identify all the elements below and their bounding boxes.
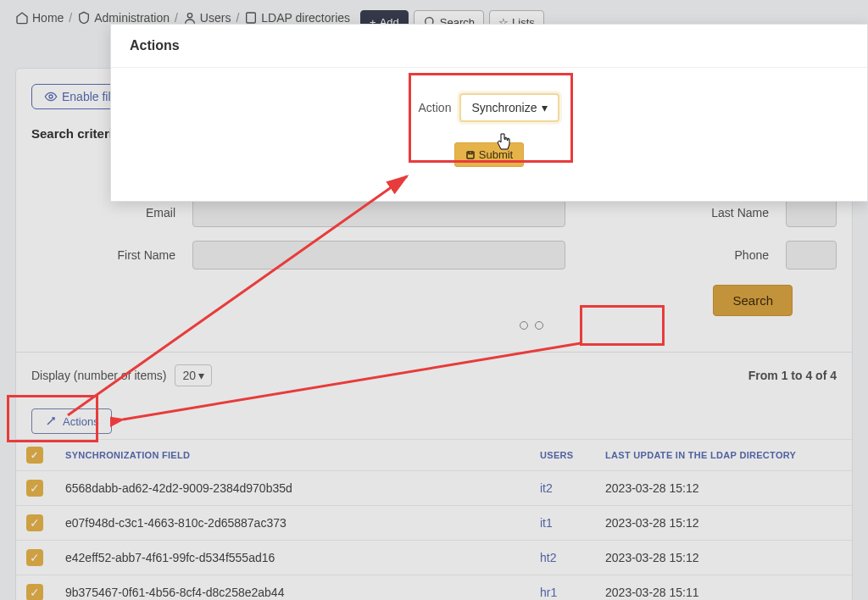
col-sync[interactable]: SYNCHRONIZATION FIELD <box>55 440 530 471</box>
dot-icon[interactable] <box>535 321 543 330</box>
breadcrumb-sep: / <box>69 11 72 25</box>
lastname-input[interactable] <box>786 198 837 227</box>
breadcrumb-ldap-label: LDAP directories <box>261 11 350 25</box>
svg-rect-4 <box>467 152 474 158</box>
breadcrumb-home-label: Home <box>32 11 64 25</box>
checkbox-all[interactable]: ✓ <box>26 447 43 464</box>
action-select-value: Synchronize <box>471 101 537 114</box>
chevron-down-icon: ▾ <box>198 369 204 382</box>
action-select[interactable]: Synchronize ▾ <box>459 93 559 122</box>
home-icon <box>15 11 29 25</box>
row-checkbox[interactable]: ✓ <box>26 584 43 600</box>
breadcrumb-home[interactable]: Home <box>15 11 64 25</box>
save-icon <box>465 150 476 160</box>
breadcrumb-sep: / <box>175 11 178 25</box>
svg-rect-1 <box>247 13 256 23</box>
svg-point-0 <box>187 14 192 18</box>
user-link[interactable]: it2 <box>540 481 553 495</box>
breadcrumb-admin-label: Administration <box>94 11 170 25</box>
search-button[interactable]: Search <box>713 285 793 316</box>
col-updated[interactable]: LAST UPDATE IN THE LDAP DIRECTORY <box>595 440 852 471</box>
book-icon <box>244 11 258 25</box>
breadcrumb: Home / Administration / Users / LDAP dir… <box>15 11 350 25</box>
user-link[interactable]: ht2 <box>540 551 556 564</box>
cell-sync: e07f948d-c3c1-4663-810c-2d65887ac373 <box>55 506 530 541</box>
breadcrumb-users-label: Users <box>200 11 231 25</box>
table-row: ✓ 6568dabb-ad62-42d2-9009-2384d970b35d i… <box>16 471 852 506</box>
table-row: ✓ 9b375467-0f61-4b56-8cf4-d8c258e2ab44 h… <box>16 575 852 601</box>
col-users[interactable]: USERS <box>530 440 595 471</box>
cell-updated: 2023-03-28 15:12 <box>595 471 852 506</box>
actions-button[interactable]: Actions <box>31 408 112 434</box>
svg-point-3 <box>49 95 53 98</box>
firstname-input[interactable] <box>192 241 565 269</box>
cell-updated: 2023-03-28 15:12 <box>595 541 852 575</box>
pager-dots <box>226 316 837 336</box>
dot-icon[interactable] <box>520 321 528 330</box>
per-page-select[interactable]: 20 ▾ <box>175 364 212 386</box>
breadcrumb-ldap[interactable]: LDAP directories <box>244 11 350 25</box>
range-text: From 1 to 4 of 4 <box>748 369 837 382</box>
wand-icon <box>44 414 58 428</box>
row-checkbox[interactable]: ✓ <box>26 514 43 531</box>
cell-updated: 2023-03-28 15:11 <box>595 575 852 601</box>
breadcrumb-users[interactable]: Users <box>183 11 231 25</box>
phone-label: Phone <box>582 248 769 262</box>
submit-button[interactable]: Submit <box>454 142 524 167</box>
display-label: Display (number of items) <box>31 369 167 382</box>
row-checkbox[interactable]: ✓ <box>26 480 43 497</box>
email-label: Email <box>31 206 175 219</box>
breadcrumb-admin[interactable]: Administration <box>77 11 170 25</box>
user-link[interactable]: it1 <box>540 516 553 530</box>
cell-sync: 6568dabb-ad62-42d2-9009-2384d970b35d <box>55 471 530 506</box>
cursor-icon <box>496 133 511 155</box>
row-checkbox[interactable]: ✓ <box>26 549 43 566</box>
phone-input[interactable] <box>786 241 837 269</box>
col-checkbox: ✓ <box>16 440 55 471</box>
cell-updated: 2023-03-28 15:12 <box>595 506 852 541</box>
actions-modal: Actions Action Synchronize ▾ Submit <box>110 24 868 202</box>
action-label: Action <box>419 101 452 114</box>
breadcrumb-sep: / <box>236 11 239 25</box>
firstname-label: First Name <box>31 248 175 262</box>
per-page-value: 20 <box>182 369 196 382</box>
table-row: ✓ e42eff52-abb7-4f61-99fc-d534f555ad16 h… <box>16 541 852 575</box>
modal-title: Actions <box>111 25 867 68</box>
table-row: ✓ e07f948d-c3c1-4663-810c-2d65887ac373 i… <box>16 506 852 541</box>
user-icon <box>183 11 197 25</box>
lastname-label: Last Name <box>582 206 769 219</box>
display-label-wrap: Display (number of items) 20 ▾ <box>31 364 212 386</box>
cell-sync: e42eff52-abb7-4f61-99fc-d534f555ad16 <box>55 541 530 575</box>
eye-icon <box>44 90 58 103</box>
email-input[interactable] <box>192 198 565 227</box>
user-link[interactable]: hr1 <box>540 586 557 599</box>
cell-sync: 9b375467-0f61-4b56-8cf4-d8c258e2ab44 <box>55 575 530 601</box>
shield-icon <box>77 11 91 25</box>
actions-button-label: Actions <box>63 415 99 428</box>
chevron-down-icon: ▾ <box>542 101 548 114</box>
